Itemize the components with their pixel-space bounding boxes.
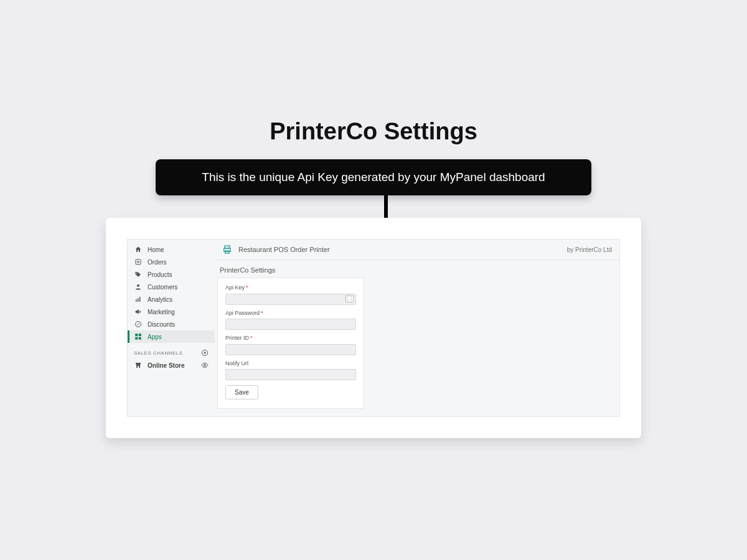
sidebar-item-orders[interactable]: Orders [128,256,215,268]
sidebar-item-analytics[interactable]: Analytics [128,293,215,306]
notify-url-input[interactable] [225,369,356,380]
callout-tooltip: This is the unique Api Key generated by … [156,159,591,195]
sidebar-item-label: Discounts [148,320,175,329]
svg-rect-5 [139,297,141,302]
printer-id-label: Printer ID* [225,335,356,341]
api-key-input[interactable] [225,294,356,305]
home-icon [134,245,143,254]
svg-point-2 [137,284,139,287]
sidebar-item-apps[interactable]: Apps [128,330,215,343]
sidebar-item-customers[interactable]: Customers [128,281,215,293]
printer-id-input[interactable] [225,344,356,355]
svg-rect-7 [136,334,138,337]
sidebar-item-label: Customers [148,283,177,291]
svg-rect-9 [136,337,138,340]
sidebar-item-discounts[interactable]: Discounts [128,318,215,330]
orders-icon [134,258,143,266]
sales-channels-header: SALES CHANNELS [128,343,215,359]
svg-rect-3 [136,299,137,302]
add-channel-button[interactable] [201,349,209,357]
sidebar-item-label: Analytics [148,296,172,304]
person-icon [134,282,143,291]
callout-text: This is the unique Api Key generated by … [202,170,545,184]
sidebar-item-label: Orders [148,258,167,266]
svg-rect-10 [139,337,141,340]
app-title-bar: Restaurant POS Order Printer by PrinterC… [215,240,619,260]
sidebar: Home Orders Products Customers [128,240,215,416]
svg-point-1 [136,273,138,274]
page-heading: PrinterCo Settings [0,118,747,145]
svg-point-13 [204,365,206,366]
printer-icon [222,245,232,254]
required-asterisk: * [246,284,248,291]
analytics-icon [134,295,143,304]
tag-icon [134,270,143,279]
sidebar-item-label: Online Store [148,362,184,370]
apps-icon [134,332,143,341]
sidebar-item-marketing[interactable]: Marketing [128,306,215,318]
app-vendor: by PrinterCo Ltd [567,246,612,253]
sidebar-item-label: Products [148,271,172,279]
required-asterisk: * [261,310,263,316]
api-password-label-text: Api Password [225,310,260,316]
notify-url-label: Notify Url [225,360,356,366]
view-store-button[interactable] [201,362,209,369]
api-key-label: Api Key* [225,284,356,291]
sidebar-item-products[interactable]: Products [128,268,215,281]
store-icon [134,361,143,370]
settings-section-title: PrinterCo Settings [215,260,619,278]
sidebar-item-home[interactable]: Home [128,243,215,256]
sidebar-item-online-store[interactable]: Online Store [128,359,215,371]
notify-url-label-text: Notify Url [225,360,248,366]
input-helper-icon: ⬚ [345,295,354,302]
admin-shell: Home Orders Products Customers [127,239,620,417]
sales-channels-label: SALES CHANNELS [134,350,183,356]
discount-icon [134,320,143,329]
svg-rect-12 [138,366,139,368]
printer-id-label-text: Printer ID [225,335,249,341]
svg-rect-4 [138,298,139,302]
sidebar-item-label: Marketing [148,308,175,316]
app-title: Restaurant POS Order Printer [238,246,330,253]
api-password-input[interactable] [225,319,356,330]
sidebar-item-label: Apps [148,333,162,341]
settings-form: Api Key* ⬚ Api Password* Printer ID* [217,278,364,409]
sidebar-item-label: Home [148,246,164,254]
api-password-label: Api Password* [225,310,356,316]
svg-rect-8 [139,334,141,337]
megaphone-icon [134,307,143,316]
required-asterisk: * [250,335,253,341]
api-key-label-text: Api Key [225,284,245,291]
admin-card: Home Orders Products Customers [106,218,641,438]
main-content: Restaurant POS Order Printer by PrinterC… [215,240,619,416]
save-button[interactable]: Save [225,385,258,399]
